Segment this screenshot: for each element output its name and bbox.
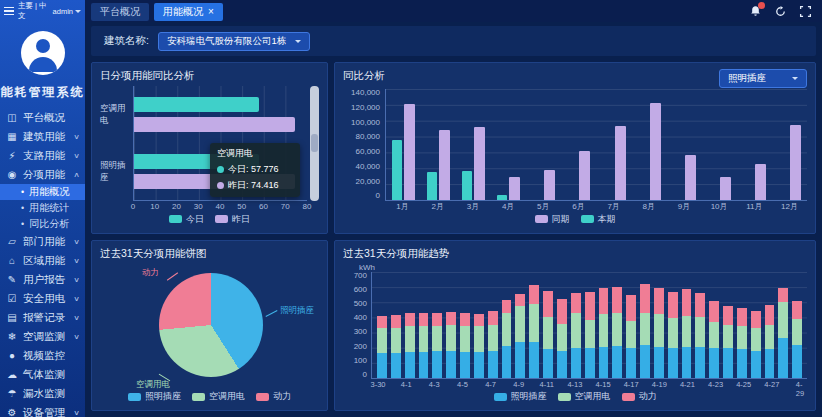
sidebar-subitem[interactable]: •用能概况: [0, 184, 85, 200]
legend-swatch: [169, 215, 182, 223]
tooltip-title: 空调用电: [217, 147, 293, 160]
fullscreen-icon[interactable]: [798, 4, 812, 18]
stack-bar-4-7[interactable]: [488, 272, 498, 379]
bar-本期-3月[interactable]: [462, 171, 472, 200]
stack-bar-4-24[interactable]: [723, 272, 733, 379]
datazoom-slider[interactable]: [310, 86, 319, 201]
stack-bar-4-17[interactable]: [626, 272, 636, 379]
legend-item-空调用电[interactable]: 空调用电: [192, 390, 245, 403]
sidebar-subitem[interactable]: •用能统计: [0, 200, 85, 216]
legend-item-照明插座[interactable]: 照明插座: [494, 390, 547, 403]
stack-bar-4-22[interactable]: [695, 272, 705, 379]
stack-bar-4-12[interactable]: [557, 272, 567, 379]
sidebar-item-10[interactable]: ❄空调监测∨: [0, 327, 85, 346]
bar-今日[interactable]: [134, 97, 259, 112]
bar-同期-3月[interactable]: [474, 127, 485, 200]
sidebar-item-12[interactable]: ☁气体监测: [0, 365, 85, 384]
legend-item-动力[interactable]: 动力: [256, 390, 291, 403]
stack-bar-4-19[interactable]: [654, 272, 664, 379]
segment-空调用电: [488, 325, 498, 352]
sidebar-item-7[interactable]: ✎用户报告∨: [0, 270, 85, 289]
stack-bar-3-31[interactable]: [391, 272, 401, 379]
tab-用能概况[interactable]: 用能概况×: [154, 3, 223, 21]
axis-tick: 140,000: [351, 89, 380, 97]
legend-item-空调用电[interactable]: 空调用电: [558, 390, 611, 403]
bar-同期-1月[interactable]: [404, 104, 415, 200]
legend-item-同期[interactable]: 同期: [535, 213, 570, 226]
bar-同期-8月[interactable]: [650, 103, 661, 199]
stack-bar-4-26[interactable]: [751, 272, 761, 379]
bar-同期-5月[interactable]: [544, 170, 555, 199]
bar-同期-10月[interactable]: [720, 177, 731, 199]
stack-bar-4-3[interactable]: [432, 272, 442, 379]
sidebar-item-9[interactable]: ▤报警记录∨: [0, 308, 85, 327]
segment-照明插座: [751, 351, 761, 378]
sidebar-item-13[interactable]: ☂漏水监测: [0, 384, 85, 403]
hamburger-icon[interactable]: [4, 7, 14, 16]
stack-bar-3-30[interactable]: [377, 272, 387, 379]
bar-同期-6月[interactable]: [579, 151, 590, 199]
tab-平台概况[interactable]: 平台概况: [91, 3, 149, 21]
segment-动力: [737, 308, 747, 326]
sidebar-item-14[interactable]: ⚙设备管理∨: [0, 403, 85, 417]
legend-item-今日[interactable]: 今日: [169, 213, 204, 226]
stack-bar-4-2[interactable]: [419, 272, 429, 379]
sidebar-item-3[interactable]: ⚡支路用能∨: [0, 146, 85, 165]
sidebar-item-6[interactable]: ⌂区域用能∨: [0, 251, 85, 270]
stack-bar-4-14[interactable]: [585, 272, 595, 379]
stack-bar-4-18[interactable]: [640, 272, 650, 379]
bar-本期-1月[interactable]: [392, 140, 402, 200]
user-menu[interactable]: admin: [53, 7, 81, 16]
bell-icon[interactable]: [748, 4, 762, 18]
stack-bar-4-28[interactable]: [778, 272, 788, 379]
bar-同期-9月[interactable]: [685, 155, 696, 200]
stack-bar-4-9[interactable]: [515, 272, 525, 379]
axis-tick: 4月: [491, 201, 526, 212]
pie-graphic[interactable]: [159, 273, 263, 377]
bar-同期-2月[interactable]: [439, 130, 450, 199]
stack-bar-4-16[interactable]: [612, 272, 622, 379]
bar-同期-4月[interactable]: [509, 177, 520, 200]
close-icon[interactable]: ×: [208, 7, 214, 17]
bar-本期-2月[interactable]: [427, 172, 437, 199]
building-select[interactable]: 安科瑞电气股份有限公司1栋: [158, 32, 310, 51]
bar-本期-4月[interactable]: [497, 195, 507, 200]
stack-bar-4-1[interactable]: [405, 272, 415, 379]
sidebar-item-11[interactable]: ●视频监控: [0, 346, 85, 365]
legend-item-照明插座[interactable]: 照明插座: [128, 390, 181, 403]
range-select[interactable]: 照明插座: [719, 69, 807, 88]
segment-空调用电: [792, 319, 802, 344]
stack-bar-4-27[interactable]: [765, 272, 775, 379]
stack-bar-4-6[interactable]: [474, 272, 484, 379]
stack-bar-4-20[interactable]: [668, 272, 678, 379]
bar-昨日[interactable]: [134, 117, 295, 132]
stack-bar-4-8[interactable]: [502, 272, 512, 379]
sidebar-item-1[interactable]: ◫平台概况: [0, 108, 85, 127]
language-switch[interactable]: 主要 | 中文: [18, 1, 49, 21]
sidebar-item-2[interactable]: ▦建筑用能∨: [0, 127, 85, 146]
segment-空调用电: [529, 304, 539, 342]
home-icon: ⌂: [6, 255, 18, 266]
legend-item-本期[interactable]: 本期: [581, 213, 616, 226]
segment-空调用电: [460, 326, 470, 353]
stack-bar-4-5[interactable]: [460, 272, 470, 379]
bar-同期-12月[interactable]: [790, 125, 801, 200]
stack-bar-4-4[interactable]: [446, 272, 456, 379]
sidebar-item-4[interactable]: ◉分项用能∧: [0, 165, 85, 184]
stack-bar-4-15[interactable]: [599, 272, 609, 379]
legend-item-动力[interactable]: 动力: [622, 390, 657, 403]
bar-同期-11月[interactable]: [755, 164, 766, 200]
stack-bar-4-13[interactable]: [571, 272, 581, 379]
stack-bar-4-29[interactable]: [792, 272, 802, 379]
sidebar-item-5[interactable]: ▱部门用能∨: [0, 232, 85, 251]
stack-bar-4-11[interactable]: [543, 272, 553, 379]
refresh-icon[interactable]: [773, 4, 787, 18]
legend-item-昨日[interactable]: 昨日: [215, 213, 250, 226]
stack-bar-4-10[interactable]: [529, 272, 539, 379]
sidebar-subitem[interactable]: •同比分析: [0, 216, 85, 232]
stack-bar-4-25[interactable]: [737, 272, 747, 379]
stack-bar-4-21[interactable]: [682, 272, 692, 379]
sidebar-item-8[interactable]: ☑安全用电∨: [0, 289, 85, 308]
stack-bar-4-23[interactable]: [709, 272, 719, 379]
bar-同期-7月[interactable]: [615, 126, 626, 199]
